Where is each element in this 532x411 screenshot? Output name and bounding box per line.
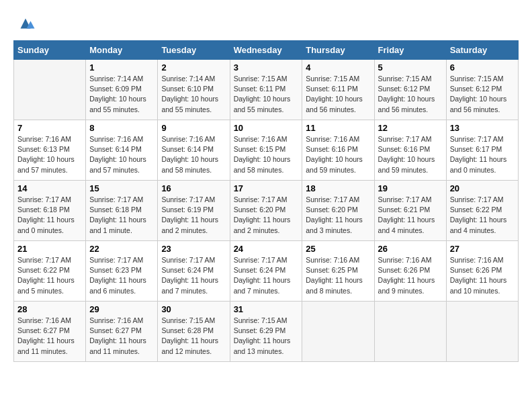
day-number: 25 <box>306 244 370 254</box>
day-number: 24 <box>234 244 299 254</box>
calendar-cell: 13Sunrise: 7:17 AM Sunset: 6:17 PM Dayli… <box>446 120 518 181</box>
day-info: Sunrise: 7:17 AM Sunset: 6:24 PM Dayligh… <box>234 255 299 296</box>
day-number: 17 <box>234 183 299 193</box>
day-info: Sunrise: 7:16 AM Sunset: 6:14 PM Dayligh… <box>89 134 154 175</box>
calendar-cell: 12Sunrise: 7:17 AM Sunset: 6:16 PM Dayli… <box>374 120 446 181</box>
day-number: 11 <box>306 123 370 133</box>
day-info: Sunrise: 7:16 AM Sunset: 6:16 PM Dayligh… <box>306 134 370 175</box>
day-info: Sunrise: 7:16 AM Sunset: 6:27 PM Dayligh… <box>17 316 82 357</box>
day-info: Sunrise: 7:17 AM Sunset: 6:19 PM Dayligh… <box>161 195 226 236</box>
day-number: 19 <box>378 183 443 193</box>
calendar-cell <box>374 302 446 362</box>
calendar-cell: 14Sunrise: 7:17 AM Sunset: 6:18 PM Dayli… <box>14 181 86 241</box>
day-number: 29 <box>89 304 154 314</box>
day-info: Sunrise: 7:15 AM Sunset: 6:12 PM Dayligh… <box>378 74 443 115</box>
calendar-cell: 5Sunrise: 7:15 AM Sunset: 6:12 PM Daylig… <box>374 60 446 120</box>
calendar-cell <box>302 302 374 362</box>
header-row: SundayMondayTuesdayWednesdayThursdayFrid… <box>14 41 519 60</box>
day-number: 7 <box>17 123 82 133</box>
day-number: 5 <box>378 62 443 73</box>
day-info: Sunrise: 7:15 AM Sunset: 6:11 PM Dayligh… <box>306 74 370 115</box>
column-header-tuesday: Tuesday <box>158 41 230 60</box>
calendar-cell <box>446 302 518 362</box>
day-number: 28 <box>17 304 82 314</box>
calendar-cell: 24Sunrise: 7:17 AM Sunset: 6:24 PM Dayli… <box>230 241 302 302</box>
column-header-wednesday: Wednesday <box>230 41 302 60</box>
day-number: 1 <box>89 62 154 73</box>
calendar-cell: 1Sunrise: 7:14 AM Sunset: 6:09 PM Daylig… <box>86 60 158 120</box>
day-info: Sunrise: 7:16 AM Sunset: 6:26 PM Dayligh… <box>378 255 443 296</box>
week-row-1: 1Sunrise: 7:14 AM Sunset: 6:09 PM Daylig… <box>14 60 519 120</box>
calendar-cell: 2Sunrise: 7:14 AM Sunset: 6:10 PM Daylig… <box>158 60 230 120</box>
day-info: Sunrise: 7:17 AM Sunset: 6:20 PM Dayligh… <box>306 195 370 236</box>
day-info: Sunrise: 7:15 AM Sunset: 6:11 PM Dayligh… <box>234 74 299 115</box>
day-info: Sunrise: 7:17 AM Sunset: 6:21 PM Dayligh… <box>378 195 443 236</box>
day-info: Sunrise: 7:17 AM Sunset: 6:18 PM Dayligh… <box>17 195 82 236</box>
calendar-cell: 3Sunrise: 7:15 AM Sunset: 6:11 PM Daylig… <box>230 60 302 120</box>
column-header-thursday: Thursday <box>302 41 374 60</box>
calendar-cell: 30Sunrise: 7:15 AM Sunset: 6:28 PM Dayli… <box>158 302 230 362</box>
calendar-cell: 25Sunrise: 7:16 AM Sunset: 6:25 PM Dayli… <box>302 241 374 302</box>
logo <box>13 13 36 34</box>
calendar-cell: 26Sunrise: 7:16 AM Sunset: 6:26 PM Dayli… <box>374 241 446 302</box>
day-info: Sunrise: 7:17 AM Sunset: 6:17 PM Dayligh… <box>450 134 515 175</box>
week-row-4: 21Sunrise: 7:17 AM Sunset: 6:22 PM Dayli… <box>14 241 519 302</box>
day-info: Sunrise: 7:16 AM Sunset: 6:25 PM Dayligh… <box>306 255 370 296</box>
day-info: Sunrise: 7:15 AM Sunset: 6:29 PM Dayligh… <box>234 316 299 357</box>
calendar-cell: 11Sunrise: 7:16 AM Sunset: 6:16 PM Dayli… <box>302 120 374 181</box>
day-info: Sunrise: 7:17 AM Sunset: 6:16 PM Dayligh… <box>378 134 443 175</box>
calendar-cell: 9Sunrise: 7:16 AM Sunset: 6:14 PM Daylig… <box>158 120 230 181</box>
calendar-cell: 21Sunrise: 7:17 AM Sunset: 6:22 PM Dayli… <box>14 241 86 302</box>
day-number: 18 <box>306 183 370 193</box>
day-number: 8 <box>89 123 154 133</box>
day-number: 15 <box>89 183 154 193</box>
day-number: 30 <box>161 304 226 314</box>
calendar-table: SundayMondayTuesdayWednesdayThursdayFrid… <box>13 40 519 362</box>
week-row-2: 7Sunrise: 7:16 AM Sunset: 6:13 PM Daylig… <box>14 120 519 181</box>
day-number: 3 <box>234 62 299 73</box>
calendar-cell: 10Sunrise: 7:16 AM Sunset: 6:15 PM Dayli… <box>230 120 302 181</box>
day-number: 10 <box>234 123 299 133</box>
calendar-cell: 31Sunrise: 7:15 AM Sunset: 6:29 PM Dayli… <box>230 302 302 362</box>
column-header-sunday: Sunday <box>14 41 86 60</box>
day-number: 2 <box>161 62 226 73</box>
column-header-monday: Monday <box>86 41 158 60</box>
column-header-saturday: Saturday <box>446 41 518 60</box>
week-row-3: 14Sunrise: 7:17 AM Sunset: 6:18 PM Dayli… <box>14 181 519 241</box>
day-number: 4 <box>306 62 370 73</box>
day-info: Sunrise: 7:16 AM Sunset: 6:14 PM Dayligh… <box>161 134 226 175</box>
calendar-cell: 7Sunrise: 7:16 AM Sunset: 6:13 PM Daylig… <box>14 120 86 181</box>
day-number: 31 <box>234 304 299 314</box>
day-info: Sunrise: 7:16 AM Sunset: 6:26 PM Dayligh… <box>450 255 515 296</box>
calendar-cell: 27Sunrise: 7:16 AM Sunset: 6:26 PM Dayli… <box>446 241 518 302</box>
calendar-cell: 20Sunrise: 7:17 AM Sunset: 6:22 PM Dayli… <box>446 181 518 241</box>
day-number: 9 <box>161 123 226 133</box>
calendar-cell: 17Sunrise: 7:17 AM Sunset: 6:20 PM Dayli… <box>230 181 302 241</box>
day-info: Sunrise: 7:15 AM Sunset: 6:12 PM Dayligh… <box>450 74 515 115</box>
calendar-cell: 23Sunrise: 7:17 AM Sunset: 6:24 PM Dayli… <box>158 241 230 302</box>
calendar-cell: 22Sunrise: 7:17 AM Sunset: 6:23 PM Dayli… <box>86 241 158 302</box>
day-info: Sunrise: 7:16 AM Sunset: 6:27 PM Dayligh… <box>89 316 154 357</box>
calendar-cell: 16Sunrise: 7:17 AM Sunset: 6:19 PM Dayli… <box>158 181 230 241</box>
day-info: Sunrise: 7:17 AM Sunset: 6:22 PM Dayligh… <box>450 195 515 236</box>
day-info: Sunrise: 7:16 AM Sunset: 6:13 PM Dayligh… <box>17 134 82 175</box>
day-number: 14 <box>17 183 82 193</box>
day-number: 13 <box>450 123 515 133</box>
day-info: Sunrise: 7:15 AM Sunset: 6:28 PM Dayligh… <box>161 316 226 357</box>
day-number: 27 <box>450 244 515 254</box>
calendar-cell: 28Sunrise: 7:16 AM Sunset: 6:27 PM Dayli… <box>14 302 86 362</box>
day-number: 23 <box>161 244 226 254</box>
logo-icon <box>15 13 36 34</box>
day-number: 20 <box>450 183 515 193</box>
day-info: Sunrise: 7:17 AM Sunset: 6:20 PM Dayligh… <box>234 195 299 236</box>
calendar-cell: 8Sunrise: 7:16 AM Sunset: 6:14 PM Daylig… <box>86 120 158 181</box>
calendar-cell: 19Sunrise: 7:17 AM Sunset: 6:21 PM Dayli… <box>374 181 446 241</box>
day-number: 21 <box>17 244 82 254</box>
day-info: Sunrise: 7:16 AM Sunset: 6:15 PM Dayligh… <box>234 134 299 175</box>
calendar-cell: 4Sunrise: 7:15 AM Sunset: 6:11 PM Daylig… <box>302 60 374 120</box>
calendar-cell: 29Sunrise: 7:16 AM Sunset: 6:27 PM Dayli… <box>86 302 158 362</box>
calendar-cell: 6Sunrise: 7:15 AM Sunset: 6:12 PM Daylig… <box>446 60 518 120</box>
day-info: Sunrise: 7:17 AM Sunset: 6:24 PM Dayligh… <box>161 255 226 296</box>
page-header <box>13 13 519 34</box>
day-info: Sunrise: 7:14 AM Sunset: 6:09 PM Dayligh… <box>89 74 154 115</box>
